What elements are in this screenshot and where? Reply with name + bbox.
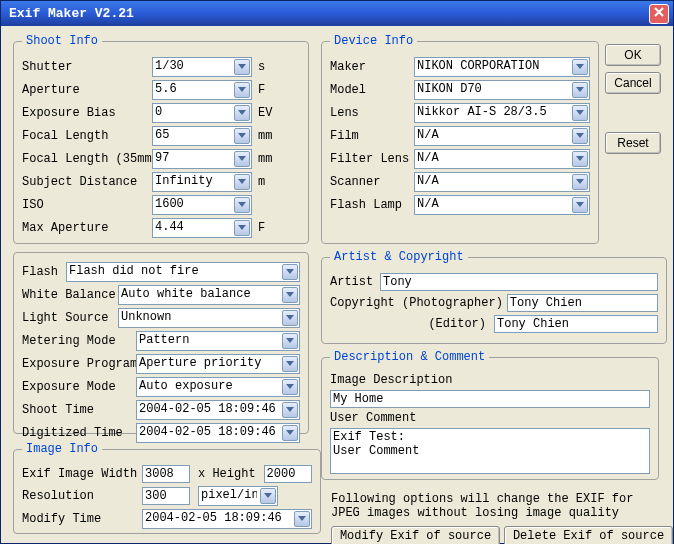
- description-group: Description & Comment Image Description …: [321, 350, 659, 480]
- maxap-combo[interactable]: 4.44: [152, 218, 252, 238]
- chevron-down-icon[interactable]: [282, 356, 298, 372]
- chevron-down-icon[interactable]: [572, 59, 588, 75]
- chevron-down-icon[interactable]: [234, 128, 250, 144]
- ep-combo[interactable]: Aperture priority: [136, 354, 300, 374]
- flashlamp-combo[interactable]: N/A: [414, 195, 590, 215]
- lens-label: Lens: [330, 106, 410, 120]
- chevron-down-icon[interactable]: [294, 511, 310, 527]
- usercomment-field[interactable]: Exif Test: User Comment: [330, 428, 650, 474]
- scanner-combo[interactable]: N/A: [414, 172, 590, 192]
- chevron-down-icon[interactable]: [282, 402, 298, 418]
- close-button[interactable]: [649, 4, 669, 24]
- chevron-down-icon[interactable]: [282, 425, 298, 441]
- focal-label: Focal Length: [22, 129, 148, 143]
- ok-button[interactable]: OK: [605, 44, 661, 66]
- wb-combo[interactable]: Auto white balance: [118, 285, 300, 305]
- device-legend: Device Info: [330, 34, 417, 48]
- mm-combo[interactable]: Pattern: [136, 331, 300, 351]
- modify-exif-button[interactable]: Modify Exif of source file: [331, 526, 500, 544]
- lens-combo[interactable]: Nikkor AI-S 28/3.5: [414, 103, 590, 123]
- window-title: Exif Maker V2.21: [5, 6, 134, 21]
- chevron-down-icon[interactable]: [282, 287, 298, 303]
- focal-unit: mm: [258, 129, 272, 143]
- chevron-down-icon[interactable]: [234, 151, 250, 167]
- expbias-combo[interactable]: 0: [152, 103, 252, 123]
- delete-exif-button[interactable]: Delete Exif of source file: [504, 526, 673, 544]
- modifytime-combo[interactable]: 2004-02-05 18:09:46: [142, 509, 312, 529]
- chevron-down-icon[interactable]: [572, 105, 588, 121]
- chevron-down-icon[interactable]: [282, 379, 298, 395]
- shoottime-combo[interactable]: 2004-02-05 18:09:46: [136, 400, 300, 420]
- em-combo[interactable]: Auto exposure: [136, 377, 300, 397]
- main-window: Exif Maker V2.21 Shoot Info Shutter1/30s…: [0, 0, 674, 544]
- expbias-unit: EV: [258, 106, 272, 120]
- chevron-down-icon[interactable]: [234, 82, 250, 98]
- shoot-legend: Shoot Info: [22, 34, 102, 48]
- chevron-down-icon[interactable]: [234, 59, 250, 75]
- focal35-unit: mm: [258, 152, 272, 166]
- chevron-down-icon[interactable]: [572, 128, 588, 144]
- cancel-button[interactable]: Cancel: [605, 72, 661, 94]
- flash-combo[interactable]: Flash did not fire: [66, 262, 300, 282]
- reset-button[interactable]: Reset: [605, 132, 661, 154]
- model-combo[interactable]: NIKON D70: [414, 80, 590, 100]
- chevron-down-icon[interactable]: [572, 82, 588, 98]
- aperture-label: Aperture: [22, 83, 148, 97]
- editor-label: (Editor): [330, 317, 490, 331]
- editor-field[interactable]: [494, 315, 658, 333]
- modifytime-label: Modify Time: [22, 512, 138, 526]
- chevron-down-icon[interactable]: [260, 488, 276, 504]
- chevron-down-icon[interactable]: [234, 105, 250, 121]
- chevron-down-icon[interactable]: [234, 197, 250, 213]
- chevron-down-icon[interactable]: [234, 220, 250, 236]
- flash-label: Flash: [22, 265, 62, 279]
- shutter-label: Shutter: [22, 60, 148, 74]
- maxap-label: Max Aperture: [22, 221, 148, 235]
- digitized-combo[interactable]: 2004-02-05 18:09:46: [136, 423, 300, 443]
- ep-label: Exposure Program: [22, 357, 132, 371]
- chevron-down-icon[interactable]: [282, 310, 298, 326]
- chevron-down-icon[interactable]: [572, 151, 588, 167]
- imgdesc-label: Image Description: [330, 373, 452, 387]
- exif-width-label: Exif Image Width: [22, 467, 138, 481]
- maker-combo[interactable]: NIKON CORPORATION: [414, 57, 590, 77]
- chevron-down-icon[interactable]: [234, 174, 250, 190]
- artist-field[interactable]: [380, 273, 658, 291]
- maxap-unit: F: [258, 221, 265, 235]
- exif-height-field[interactable]: [264, 465, 312, 483]
- artist-legend: Artist & Copyright: [330, 250, 468, 264]
- photographer-field[interactable]: [507, 294, 658, 312]
- shoottime-label: Shoot Time: [22, 403, 132, 417]
- content: Shoot Info Shutter1/30s Aperture5.6F Exp…: [1, 26, 673, 543]
- iso-combo[interactable]: 1600: [152, 195, 252, 215]
- chevron-down-icon[interactable]: [572, 197, 588, 213]
- image-info-group: Image Info Exif Image Widthx Height Reso…: [13, 442, 321, 534]
- resolution-field[interactable]: [142, 487, 190, 505]
- film-combo[interactable]: N/A: [414, 126, 590, 146]
- imgdesc-field[interactable]: [330, 390, 650, 408]
- exif-height-label: x Height: [198, 467, 256, 481]
- dialog-buttons: OK Cancel Reset: [605, 44, 661, 154]
- artist-copyright-group: Artist & Copyright Artist Copyright (Pho…: [321, 250, 667, 344]
- scanner-label: Scanner: [330, 175, 410, 189]
- titlebar: Exif Maker V2.21: [1, 1, 673, 26]
- model-label: Model: [330, 83, 410, 97]
- focal-combo[interactable]: 65: [152, 126, 252, 146]
- aperture-combo[interactable]: 5.6: [152, 80, 252, 100]
- focal35-combo[interactable]: 97: [152, 149, 252, 169]
- chevron-down-icon[interactable]: [572, 174, 588, 190]
- flashlamp-label: Flash Lamp: [330, 198, 410, 212]
- chevron-down-icon[interactable]: [282, 333, 298, 349]
- ls-combo[interactable]: Unknown: [118, 308, 300, 328]
- footer-buttons: Modify Exif of source file Delete Exif o…: [331, 526, 673, 544]
- subjdist-combo[interactable]: Infinity: [152, 172, 252, 192]
- resolution-label: Resolution: [22, 489, 138, 503]
- filter-combo[interactable]: N/A: [414, 149, 590, 169]
- exif-width-field[interactable]: [142, 465, 190, 483]
- shutter-combo[interactable]: 1/30: [152, 57, 252, 77]
- resolution-unit-combo[interactable]: pixel/inc: [198, 486, 278, 506]
- flash-exposure-group: FlashFlash did not fire White BalanceAut…: [13, 252, 309, 434]
- ls-label: Light Source: [22, 311, 114, 325]
- filter-label: Filter Lens: [330, 152, 410, 166]
- chevron-down-icon[interactable]: [282, 264, 298, 280]
